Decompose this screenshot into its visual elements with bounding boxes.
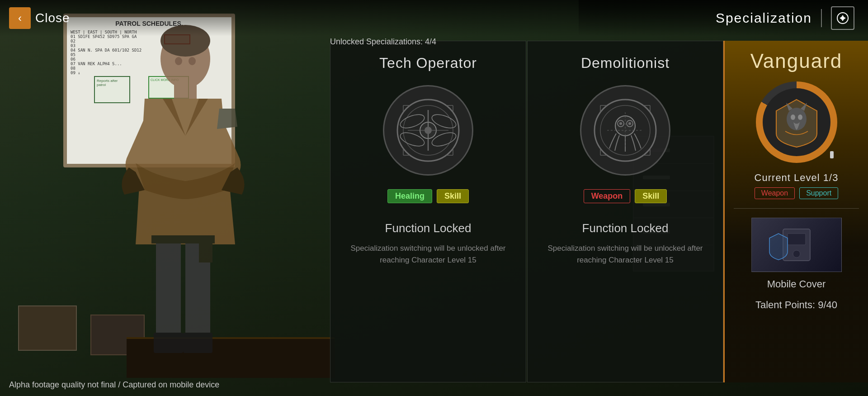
svg-point-22 (425, 127, 432, 134)
vanguard-panel[interactable]: Vanguard (723, 41, 868, 382)
svg-point-9 (175, 57, 182, 65)
tech-operator-title: Tech Operator (379, 55, 477, 72)
svg-point-34 (798, 115, 802, 120)
unlocked-label: Unlocked Specializations: 4/4 (330, 37, 436, 47)
back-button[interactable]: ‹ Close (9, 7, 70, 29)
svg-rect-2 (156, 240, 181, 339)
character-silhouette (90, 18, 271, 362)
svg-point-31 (628, 122, 631, 125)
character-area (0, 0, 335, 396)
back-arrow-icon: ‹ (9, 7, 31, 29)
svg-rect-5 (183, 333, 212, 353)
spec-panel-demolitionist[interactable]: Demolitionist (527, 41, 723, 382)
tag-skill-1: Skill (437, 189, 469, 203)
tech-operator-desc: Specialization switching will be unlocke… (340, 243, 517, 266)
vanguard-title: Vanguard (750, 50, 843, 72)
vanguard-divider (734, 208, 859, 209)
close-label: Close (35, 11, 70, 25)
vanguard-tag-support: Support (799, 187, 838, 199)
vanguard-tag-weapon: Weapon (755, 187, 795, 199)
svg-point-39 (793, 250, 800, 258)
tag-healing: Healing (387, 189, 432, 203)
demolitionist-desc: Specialization switching will be unlocke… (537, 243, 714, 266)
tech-operator-emblem (383, 85, 473, 176)
demolitionist-tags: Weapon Skill (584, 189, 667, 203)
ring-inner (763, 88, 830, 156)
svg-rect-1 (174, 85, 197, 99)
spec-panel-tech-operator[interactable]: Tech Operator (330, 41, 526, 382)
demolitionist-title: Demolitionist (581, 55, 670, 72)
progress-tick (830, 151, 834, 158)
vanguard-level: Current Level 1/3 (755, 172, 839, 184)
spec-panels: Tech Operator (330, 41, 723, 382)
svg-point-33 (791, 115, 795, 120)
tech-operator-tags: Healing Skill (387, 189, 469, 203)
ring-progress (756, 81, 837, 163)
talent-points: Talent Points: 9/40 (755, 299, 837, 311)
header-divider (821, 9, 822, 27)
demolitionist-status: Function Locked (582, 221, 669, 235)
mobile-cover-thumbnail (751, 218, 842, 272)
svg-rect-4 (154, 333, 183, 353)
svg-point-30 (619, 122, 622, 125)
mobile-cover-label: Mobile Cover (767, 278, 826, 290)
svg-rect-7 (199, 240, 212, 262)
vanguard-emblem-ring (756, 81, 837, 163)
spec-header: Specialization (579, 0, 868, 36)
svg-point-10 (189, 57, 196, 65)
specialization-title: Specialization (716, 10, 812, 26)
specialization-icon[interactable] (831, 6, 854, 30)
tag-skill-2: Skill (635, 189, 667, 203)
disclaimer: Alpha footage quality not final / Captur… (9, 380, 219, 390)
tech-operator-status: Function Locked (385, 221, 472, 235)
demolitionist-emblem (580, 85, 670, 176)
svg-point-12 (841, 16, 844, 20)
vanguard-tags: Weapon Support (755, 187, 838, 199)
svg-rect-38 (788, 234, 806, 245)
tag-weapon: Weapon (584, 189, 631, 203)
